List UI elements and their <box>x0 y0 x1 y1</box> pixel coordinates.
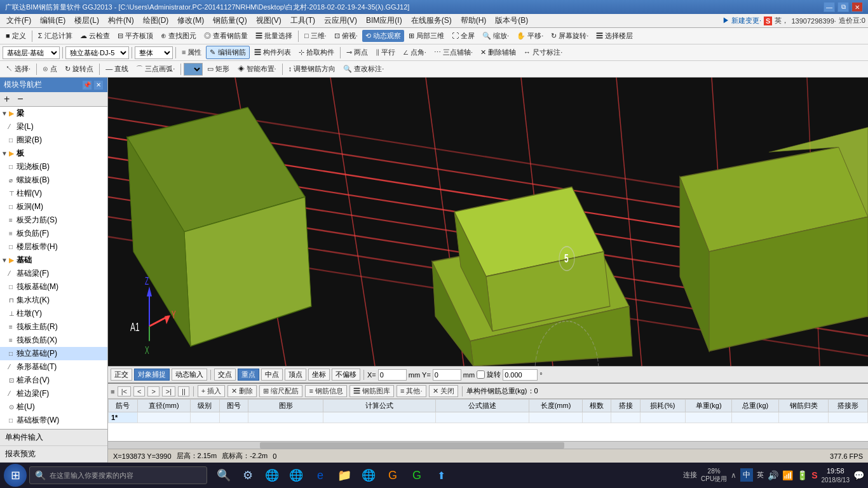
tb-two-point[interactable]: ⊸ 两点 <box>343 46 371 58</box>
tree-item-hole[interactable]: □ 板洞(M) <box>0 200 107 214</box>
taskbar-app-gd[interactable]: G <box>405 464 428 487</box>
view-select[interactable]: 整体 <box>135 46 173 59</box>
snap-btn[interactable]: 对象捕捉 <box>134 369 170 381</box>
tree-item-neg-bar[interactable]: ≡ 板负筋(F) <box>0 227 107 240</box>
taskbar-app-ie[interactable]: 🌐 <box>261 464 283 487</box>
tb-rect[interactable]: ▭ 矩形 <box>204 63 233 75</box>
network-icon[interactable]: 📶 <box>782 470 793 480</box>
rotate-checkbox[interactable] <box>477 370 485 379</box>
tb-sum[interactable]: Σ 汇总计算 <box>35 30 76 42</box>
taskbar-app-ggj[interactable]: G <box>381 464 404 487</box>
tb-3d[interactable]: □ 三维· <box>301 30 330 42</box>
intersect-btn[interactable]: 交点 <box>214 369 236 381</box>
taskbar-app-up[interactable]: ⬆ <box>430 464 452 487</box>
tree-item-mat-neg[interactable]: ≡ 筏板负筋(X) <box>0 334 107 347</box>
hscroll-thumb[interactable] <box>260 442 564 449</box>
tb-adjust-dir[interactable]: ↕ 调整钢筋方向 <box>285 63 339 75</box>
menu-component[interactable]: 构件(N) <box>104 14 138 27</box>
menu-cloud[interactable]: 云应用(V) <box>320 14 361 27</box>
viewport-3d[interactable]: 5 A1 Z Y X <box>108 78 868 366</box>
tb-top-view[interactable]: ⊡ 俯视· <box>331 30 361 42</box>
tree-group-slab[interactable]: ▼ ▶ 板 <box>0 147 107 160</box>
restore-button[interactable]: ⧉ <box>837 2 849 12</box>
start-button[interactable]: ⊞ <box>4 464 27 487</box>
tree-item-isolated[interactable]: □ 独立基础(P) <box>0 347 107 360</box>
cell-shape[interactable] <box>248 412 323 423</box>
taskbar-app-settings[interactable]: ⚙ <box>236 464 259 487</box>
rebar-table-scroll[interactable]: 筋号 直径(mm) 级别 图号 图形 计算公式 公式描述 长度(mm) 根数 搭… <box>108 399 868 441</box>
tb-view-rebar[interactable]: ◎ 查看钢筋量 <box>201 30 251 42</box>
tree-item-floor-strip[interactable]: □ 楼层板带(H) <box>0 240 107 254</box>
tb-batch-select[interactable]: ☰ 批量选择 <box>252 30 295 42</box>
tbl-rebar-lib[interactable]: ☰ 钢筋图库 <box>349 385 394 397</box>
cell-splice-type[interactable] <box>829 412 868 423</box>
add-btn[interactable]: + <box>1 93 12 105</box>
tb-dim[interactable]: ↔ 尺寸标注· <box>520 46 566 58</box>
close-button[interactable]: ✕ <box>851 2 863 12</box>
tree-item-column-pede[interactable]: ⊥ 柱墩(Y) <box>0 307 107 320</box>
tree-item-foundation-beam[interactable]: ∕ 基础梁(F) <box>0 267 107 280</box>
cell-dia[interactable] <box>137 412 190 423</box>
menu-online[interactable]: 在线服务(S) <box>407 14 456 27</box>
cell-splice[interactable] <box>611 412 641 423</box>
no-offset-btn[interactable]: 不偏移 <box>332 369 360 381</box>
tb-del-axis[interactable]: ✕ 删除辅轴 <box>477 46 519 58</box>
menu-edit[interactable]: 编辑(E) <box>36 14 69 27</box>
orthogonal-btn[interactable]: 正交 <box>111 369 132 381</box>
tb-align-top[interactable]: ⊟ 平齐板顶 <box>114 30 156 42</box>
taskbar-app-green[interactable]: 🌐 <box>357 464 380 487</box>
tb-edit-rebar[interactable]: ✎ 编辑钢筋 <box>206 46 249 59</box>
tbl-last[interactable]: >| <box>162 386 175 396</box>
tb-check-label[interactable]: 🔍 查改标注· <box>340 63 387 75</box>
tree-item-pile[interactable]: ⊙ 桩(U) <box>0 400 107 414</box>
tb-component-list[interactable]: ☰ 构件列表 <box>251 46 294 58</box>
new-change-btn[interactable]: ▶ 新建变更· <box>722 16 761 25</box>
floor-select[interactable]: 基础层·基础 <box>3 46 60 59</box>
report-preview[interactable]: 报表预览 <box>0 446 107 463</box>
taskbar-time[interactable]: 19:58 2018/8/13 <box>822 466 850 484</box>
single-component-input[interactable]: 单构件输入 <box>0 430 107 446</box>
tree-item-found-strip[interactable]: □ 基础板带(W) <box>0 414 107 427</box>
tbl-close[interactable]: ✕ 关闭 <box>429 385 458 397</box>
tbl-delete[interactable]: ✕ 删除 <box>227 385 257 397</box>
cell-formula[interactable] <box>323 412 436 423</box>
cell-count[interactable] <box>582 412 611 423</box>
menu-rebar[interactable]: 钢筋量(Q) <box>209 14 250 27</box>
chevron-icon[interactable]: ∧ <box>731 471 736 480</box>
cell-unit-wt[interactable] <box>685 412 732 423</box>
cell-type[interactable] <box>778 412 828 423</box>
volume-icon[interactable]: 🔊 <box>768 470 778 480</box>
tbl-prev[interactable]: < <box>133 386 145 396</box>
tb-properties[interactable]: ≡ 属性 <box>179 46 205 58</box>
tb-rotate-point[interactable]: ↻ 旋转点 <box>62 63 97 75</box>
tree-item-column-cap[interactable]: ⊤ 柱帽(V) <box>0 187 107 200</box>
cell-total-wt[interactable] <box>732 412 779 423</box>
tb-pick[interactable]: ⊹ 拾取构件 <box>295 46 337 58</box>
tbl-scale[interactable]: ⊞ 缩尺配筋 <box>259 385 302 397</box>
tbl-rebar-info[interactable]: ≡ 钢筋信息 <box>305 385 346 397</box>
tb-select-floor[interactable]: ☰ 选择楼层 <box>593 30 636 42</box>
minimize-button[interactable]: — <box>824 2 835 12</box>
component-select[interactable]: 独立基础·DJ-5 <box>65 46 129 59</box>
tree-item-spiral-slab[interactable]: ⌀ 螺旋板(B) <box>0 173 107 187</box>
tb-pan[interactable]: ✋ 平移· <box>513 30 546 42</box>
tree-item-ring-beam[interactable]: □ 圈梁(B) <box>0 133 107 147</box>
menu-view[interactable]: 视图(V) <box>252 14 285 27</box>
tbl-next[interactable]: > <box>147 386 159 396</box>
tree-item-pile-beam[interactable]: ∕ 桩边梁(F) <box>0 387 107 400</box>
tree-item-pit[interactable]: ⊓ 集水坑(K) <box>0 294 107 307</box>
tb-line[interactable]: — 直线 <box>102 63 132 75</box>
tb-dynamic-view[interactable]: ⟲ 动态观察 <box>362 30 404 42</box>
tb-rotate[interactable]: ↻ 屏幕旋转· <box>548 30 592 42</box>
menu-floor[interactable]: 楼层(L) <box>71 14 103 27</box>
cell-no[interactable]: 1* <box>109 412 138 423</box>
menu-bim[interactable]: BIM应用(I) <box>362 14 406 27</box>
tb-smart-layout[interactable]: ◈ 智能布置· <box>234 63 280 75</box>
vertex-btn[interactable]: 顶点 <box>285 369 306 381</box>
tb-cloud-check[interactable]: ☁ 云检查 <box>77 30 113 42</box>
cell-loss[interactable] <box>641 412 686 423</box>
tree-group-foundation[interactable]: ▼ ▶ 基础 <box>0 254 107 267</box>
tree-item-mat[interactable]: □ 筏板基础(M) <box>0 280 107 294</box>
tb-fullscreen[interactable]: ⛶ 全屏 <box>449 30 478 42</box>
taskbar-app-cortana[interactable]: 🔍 <box>212 464 235 487</box>
